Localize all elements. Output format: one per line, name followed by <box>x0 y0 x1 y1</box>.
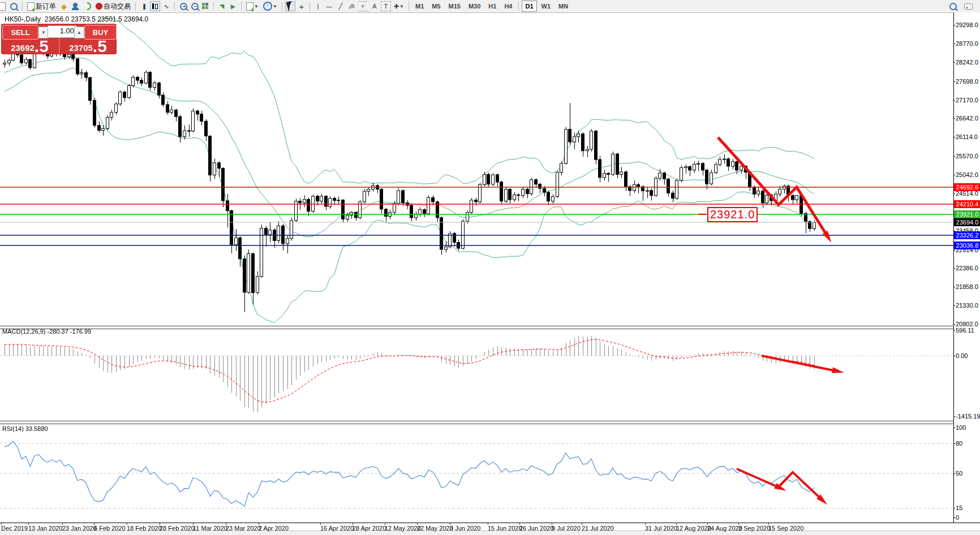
date-axis-label: 21 Jul 2020 <box>582 525 614 532</box>
cursor-button[interactable] <box>285 1 295 11</box>
toolbar: + 新订单 ◆ 自动交易 ||| ∿ + − ◥ ▶ +▼ ▼ + | — ╱ … <box>0 0 980 13</box>
date-axis-tick <box>707 523 708 525</box>
price-tick-mark <box>953 305 955 306</box>
price-tick-label: 26114.0 <box>956 133 978 140</box>
timeframe-d1[interactable]: D1 <box>522 1 536 12</box>
chart-symbol-period: HK50-,Daily <box>5 15 41 23</box>
macd-tick-label: 596.11 <box>956 327 974 334</box>
autotrading-button[interactable]: 自动交易 <box>94 1 132 11</box>
price-axis[interactable]: 29298.028770.028242.027698.027170.026642… <box>953 12 980 523</box>
trendline-button[interactable]: ╱ <box>336 1 346 11</box>
indicators-button[interactable]: +▼ <box>244 1 260 11</box>
date-axis-tick <box>385 523 385 525</box>
periods-button[interactable]: ▼ <box>261 1 279 11</box>
date-axis-label: 23 Jan 2020 <box>62 525 97 532</box>
timeframe-mn[interactable]: MN <box>555 1 571 12</box>
fibonacci-button[interactable]: F <box>358 1 368 11</box>
date-axis-tick <box>738 523 739 525</box>
text-tool-button[interactable]: A <box>369 1 380 11</box>
price-tick-mark <box>953 268 955 269</box>
price-level-badge[interactable]: 23921.0 <box>954 210 980 218</box>
price-tick-mark <box>953 100 955 101</box>
date-axis-label: 23 Mar 2020 <box>226 525 261 532</box>
price-tick-mark <box>953 137 955 137</box>
price-level-badge[interactable]: 23694.0 <box>954 218 980 226</box>
diamond-icon[interactable]: ◆ <box>59 1 69 11</box>
shift-chart-button[interactable]: ◥ <box>217 1 227 11</box>
chat-icon[interactable] <box>962 1 974 11</box>
rsi-tick-label: 15 <box>956 504 962 511</box>
ohlc-low: 23501.5 <box>97 15 122 23</box>
new-order-button[interactable]: + 新订单 <box>25 1 58 11</box>
date-axis-tick <box>417 523 418 525</box>
label-tool-button[interactable]: T <box>381 1 391 11</box>
volume-input[interactable]: 1.00 <box>48 25 77 38</box>
search-icon[interactable] <box>948 1 958 11</box>
line-chart-type-button[interactable]: ∿ <box>161 1 171 11</box>
date-axis-label: 28 Apr 2020 <box>353 525 386 532</box>
ohlc-open: 23656.0 <box>45 15 69 23</box>
tile-windows-button[interactable] <box>200 1 210 11</box>
date-axis-tick <box>259 523 259 525</box>
price-level-badge[interactable]: 23326.2 <box>954 231 980 239</box>
sell-button[interactable]: SELL <box>2 25 38 40</box>
timeframe-m30[interactable]: M30 <box>465 1 484 12</box>
date-axis-tick <box>28 523 29 525</box>
autoscroll-button[interactable]: ▶ <box>228 1 238 11</box>
date-axis-tick <box>353 523 353 525</box>
zoom-in-button[interactable]: + <box>178 1 188 11</box>
sell-price[interactable]: 23692.5 <box>1 38 58 54</box>
price-tick-label: 28242.0 <box>956 59 978 66</box>
timeframe-m1[interactable]: M1 <box>412 1 427 12</box>
chart-window-icon[interactable] <box>0 1 7 11</box>
crosshair-button[interactable]: + <box>296 1 307 11</box>
price-tick-label: 25042.0 <box>956 171 978 178</box>
volume-increase-button[interactable]: ▲ <box>74 27 84 38</box>
price-tick-label: 29298.0 <box>956 21 978 28</box>
date-axis-label: 3 Jun 2020 <box>450 525 480 532</box>
price-tick-label: 21330.0 <box>956 302 978 309</box>
panel-separator-macd-rsi[interactable] <box>0 421 980 424</box>
panel-separator-main-macd[interactable] <box>0 326 980 329</box>
price-tick-mark <box>953 250 955 251</box>
timeframe-m15[interactable]: M15 <box>445 1 464 12</box>
navigator-person-icon[interactable] <box>70 1 80 11</box>
date-axis-tick <box>1 523 2 525</box>
price-level-badge[interactable]: 24692.6 <box>954 183 980 191</box>
date-axis-label: 13 Jan 2020 <box>28 525 63 532</box>
price-annotation-box[interactable]: 23921.0 <box>707 207 758 222</box>
profile-icon[interactable] <box>8 1 19 11</box>
one-click-trading-panel: SELL ▼ 1.00 ▲ BUY 23692.5 23705.5 <box>1 24 117 54</box>
date-axis-tick <box>676 523 677 525</box>
price-tick-mark <box>953 156 955 157</box>
timeframe-h1[interactable]: H1 <box>485 1 500 12</box>
rsi-tick-label: 100 <box>956 424 966 431</box>
buy-price[interactable]: 23705.5 <box>59 38 117 54</box>
horizontal-line-button[interactable]: — <box>324 1 334 11</box>
timeframe-w1[interactable]: W1 <box>538 1 555 12</box>
date-axis-tick <box>320 523 321 525</box>
rsi-tick-label: 0 <box>956 514 959 521</box>
signal-icon[interactable] <box>81 1 93 11</box>
vertical-line-button[interactable]: | <box>313 1 323 11</box>
price-level-badge[interactable]: 24210.4 <box>954 200 980 208</box>
zoom-out-button[interactable]: − <box>189 1 199 11</box>
date-axis-label: 12 May 2020 <box>385 525 421 532</box>
date-axis-tick <box>488 523 488 525</box>
price-tick-mark <box>953 62 955 63</box>
macd-tick-mark <box>953 416 955 417</box>
buy-button[interactable]: BUY <box>84 25 117 40</box>
equidistant-channel-button[interactable]: ⫻E <box>347 1 357 11</box>
price-level-badge[interactable]: 23036.8 <box>954 241 980 249</box>
timeframe-h4[interactable]: H4 <box>501 1 515 12</box>
timeframe-m5[interactable]: M5 <box>428 1 444 12</box>
price-tick-label: 27170.0 <box>956 97 978 103</box>
price-tick-label: 22386.0 <box>956 265 978 271</box>
macd-tick-label: 0.00 <box>956 352 968 359</box>
chart-canvas[interactable] <box>0 0 980 535</box>
arrow-tools-button[interactable]: ✚▼ <box>392 1 406 11</box>
candlestick-type-button[interactable] <box>150 1 160 11</box>
price-tick-label: 21858.0 <box>956 283 978 290</box>
price-tick-mark <box>953 175 955 175</box>
bar-chart-type-button[interactable]: ||| <box>139 1 149 11</box>
